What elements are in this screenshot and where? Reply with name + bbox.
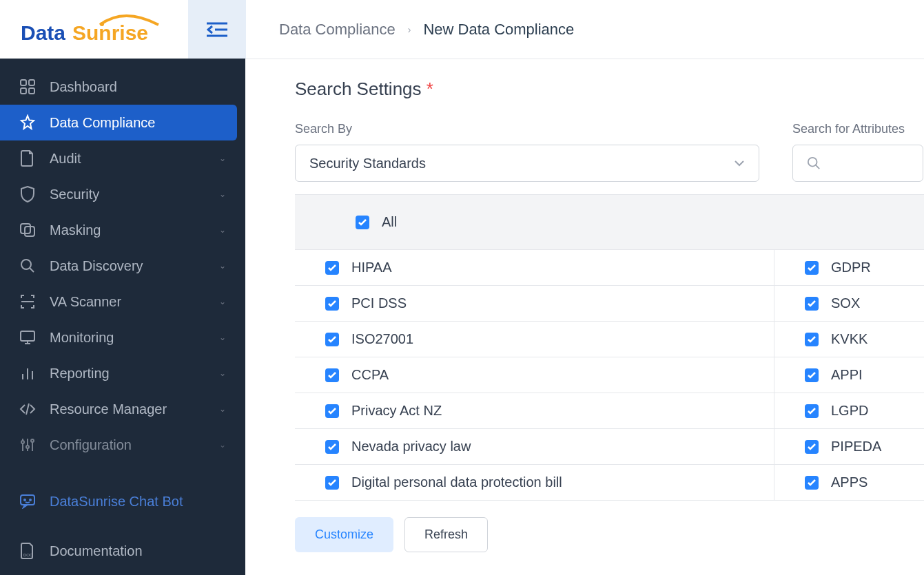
svg-rect-8 <box>21 88 26 94</box>
svg-point-31 <box>808 158 817 167</box>
standard-cell-right[interactable]: APPI <box>774 357 863 393</box>
svg-point-28 <box>24 499 25 501</box>
svg-point-24 <box>21 441 24 443</box>
checkbox[interactable] <box>325 261 339 275</box>
sidebar-item-data-discovery[interactable]: Data Discovery ⌄ <box>0 248 245 284</box>
section-title: Search Settings * <box>295 79 924 100</box>
sidebar-item-masking[interactable]: Masking ⌄ <box>0 212 245 248</box>
sidebar-item-security[interactable]: Security ⌄ <box>0 176 245 212</box>
standard-label: HIPAA <box>351 260 392 275</box>
checkbox[interactable] <box>805 333 819 346</box>
chevron-down-icon: ⌄ <box>219 261 226 271</box>
sidebar-item-documentation[interactable]: DOC Documentation <box>0 533 245 569</box>
checkbox[interactable] <box>805 368 819 382</box>
checkbox[interactable] <box>325 440 339 454</box>
sidebar-item-resource-manager[interactable]: Resource Manager ⌄ <box>0 391 245 427</box>
breadcrumb-current: New Data Compliance <box>423 21 574 39</box>
sidebar-item-data-compliance[interactable]: Data Compliance <box>0 105 237 140</box>
svg-text:Sunrise: Sunrise <box>72 21 148 44</box>
dashboard-icon <box>19 79 36 95</box>
standard-cell-right[interactable]: GDPR <box>774 250 871 285</box>
sidebar-item-label: VA Scanner <box>50 294 121 310</box>
refresh-button[interactable]: Refresh <box>404 517 488 552</box>
svg-text:Data: Data <box>21 21 65 44</box>
checkbox[interactable] <box>805 297 819 311</box>
standard-label: GDPR <box>831 260 871 275</box>
checkbox[interactable] <box>805 440 819 454</box>
customize-button[interactable]: Customize <box>295 517 393 552</box>
search-by-value: Security Standards <box>309 156 426 171</box>
chevron-right-icon: › <box>408 24 411 35</box>
chevron-down-icon <box>734 160 745 167</box>
standard-cell-left[interactable]: Privacy Act NZ <box>295 393 774 428</box>
chevron-down-icon: ⌄ <box>219 333 226 342</box>
svg-point-25 <box>26 446 29 448</box>
chart-icon <box>19 365 36 381</box>
scanner-icon <box>19 293 36 310</box>
doc-icon: DOC <box>19 543 36 559</box>
checkbox[interactable] <box>325 476 339 490</box>
standard-label: PCI DSS <box>351 295 407 311</box>
checkbox[interactable] <box>805 404 819 418</box>
collapse-icon <box>207 21 227 38</box>
search-by-label: Search By <box>295 122 759 136</box>
sidebar-item-va-scanner[interactable]: VA Scanner ⌄ <box>0 284 245 320</box>
standard-cell-left[interactable]: Nevada privacy law <box>295 429 774 464</box>
sidebar: Dashboard Data Compliance Audit ⌄ Securi… <box>0 0 245 575</box>
sidebar-item-audit[interactable]: Audit ⌄ <box>0 140 245 176</box>
standard-label: APPS <box>831 474 867 490</box>
breadcrumb-parent[interactable]: Data Compliance <box>279 21 396 39</box>
standards-table: All HIPAA GDPR PCI DSS SOX ISO27001 KV <box>295 194 924 501</box>
sidebar-item-reporting[interactable]: Reporting ⌄ <box>0 355 245 391</box>
sidebar-item-label: Data Compliance <box>50 115 155 131</box>
checkbox[interactable] <box>325 333 339 346</box>
standard-cell-left[interactable]: HIPAA <box>295 250 774 285</box>
checkbox[interactable] <box>805 476 819 490</box>
standard-cell-left[interactable]: ISO27001 <box>295 322 774 357</box>
mask-icon <box>19 222 36 238</box>
search-attributes-input[interactable] <box>792 145 923 182</box>
sidebar-item-monitoring[interactable]: Monitoring ⌄ <box>0 320 245 355</box>
sidebar-item-chatbot[interactable]: DataSunrise Chat Bot <box>0 483 245 519</box>
svg-rect-7 <box>29 80 34 85</box>
chat-icon <box>19 493 36 510</box>
standard-label: LGPD <box>831 403 868 419</box>
sidebar-item-label: Reporting <box>50 366 110 381</box>
svg-text:DOC: DOC <box>23 553 33 557</box>
checkbox[interactable] <box>325 404 339 418</box>
sidebar-item-dashboard[interactable]: Dashboard <box>0 69 245 105</box>
search-by-select[interactable]: Security Standards <box>295 145 759 182</box>
sidebar-item-configuration[interactable]: Configuration ⌄ <box>0 427 245 463</box>
standard-cell-left[interactable]: Digital personal data protection bill <box>295 465 774 500</box>
checkbox[interactable] <box>325 297 339 311</box>
sidebar-item-label: Configuration <box>50 437 132 453</box>
top-header: Data Sunrise Data Compliance › New Data … <box>0 0 924 59</box>
standard-label: PIPEDA <box>831 439 881 454</box>
standard-cell-right[interactable]: KVKK <box>774 322 867 357</box>
standards-row: CCPA APPI <box>295 357 924 393</box>
checkbox-all[interactable] <box>356 216 369 229</box>
checkbox[interactable] <box>805 261 819 275</box>
standard-cell-right[interactable]: SOX <box>774 286 860 321</box>
standard-label: Digital personal data protection bill <box>351 474 562 490</box>
standard-cell-left[interactable]: CCPA <box>295 357 774 393</box>
sidebar-item-label: Audit <box>50 151 81 167</box>
standards-row: Privacy Act NZ LGPD <box>295 393 924 429</box>
standard-cell-right[interactable]: PIPEDA <box>774 429 881 464</box>
logo[interactable]: Data Sunrise <box>0 0 188 59</box>
search-attributes-label: Search for Attributes <box>792 122 923 136</box>
sidebar-item-label: Data Discovery <box>50 258 143 274</box>
standard-cell-right[interactable]: APPS <box>774 465 867 500</box>
sidebar-item-label: Dashboard <box>50 79 117 95</box>
standards-all-cell[interactable]: All <box>325 205 397 240</box>
sidebar-collapse-button[interactable] <box>188 0 246 59</box>
sliders-icon <box>19 437 36 453</box>
standard-label: Nevada privacy law <box>351 439 471 454</box>
checkbox[interactable] <box>325 368 339 382</box>
standard-cell-left[interactable]: PCI DSS <box>295 286 774 321</box>
standards-row: HIPAA GDPR <box>295 250 924 286</box>
shield-icon <box>19 186 36 202</box>
logo-svg: Data Sunrise <box>21 12 172 47</box>
standard-cell-right[interactable]: LGPD <box>774 393 868 428</box>
star-icon <box>19 114 36 131</box>
